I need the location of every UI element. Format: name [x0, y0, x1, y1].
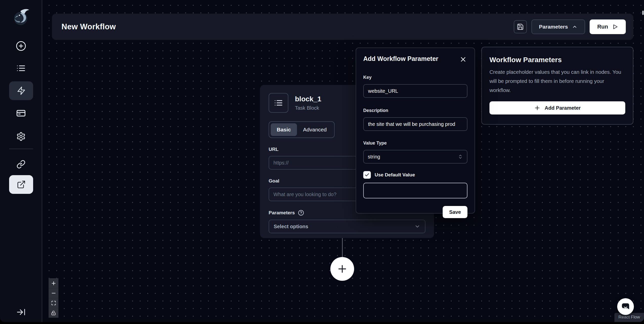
close-icon [459, 56, 467, 63]
gear-icon [16, 132, 26, 141]
vertical-scrollbar-thumb[interactable] [642, 11, 644, 15]
sidebar-item-external-active[interactable] [9, 175, 33, 194]
task-block-icon-box [269, 93, 288, 113]
fit-view-button[interactable] [49, 298, 58, 308]
link-icon [16, 160, 26, 169]
dragon-logo[interactable] [11, 7, 31, 27]
arrow-right-to-line-icon [16, 307, 26, 317]
workflow-parameters-panel: Workflow Parameters Create placeholder v… [481, 47, 633, 125]
credit-card-icon [16, 108, 26, 118]
plus-icon [336, 263, 348, 275]
canvas-controls [49, 278, 58, 318]
modal-title: Add Workflow Parameter [363, 55, 438, 62]
parameters-toggle-button[interactable]: Parameters [531, 19, 585, 34]
tab-advanced[interactable]: Advanced [297, 123, 333, 136]
external-link-icon [17, 180, 26, 189]
chat-launcher-button[interactable] [617, 298, 634, 315]
app-sidebar [0, 0, 42, 322]
add-parameter-button[interactable]: Add Parameter [489, 101, 625, 114]
tab-basic[interactable]: Basic [271, 123, 297, 136]
description-label: Description [363, 108, 467, 113]
parameters-select-placeholder: Select options [274, 224, 308, 229]
default-value-textarea[interactable] [363, 183, 467, 198]
add-workflow-parameter-modal: Add Workflow Parameter Key Description V… [356, 48, 475, 214]
chevron-down-icon [414, 223, 420, 229]
use-default-value-row[interactable]: Use Default Value [363, 171, 467, 179]
sidebar-item-billing[interactable] [14, 107, 28, 120]
value-type-select[interactable]: string [363, 150, 467, 164]
zoom-in-button[interactable] [49, 278, 58, 288]
sidebar-item-runs[interactable] [14, 62, 28, 75]
value-type-label: Value Type [363, 141, 467, 146]
react-flow-attribution[interactable]: React Flow [614, 313, 644, 322]
value-type-value: string [368, 154, 380, 160]
unlock-icon [51, 311, 56, 315]
minus-icon [51, 290, 56, 296]
close-modal-button[interactable] [459, 55, 467, 64]
block-type-label: Task Block [295, 105, 321, 111]
save-workflow-button[interactable] [514, 20, 527, 33]
workflow-builder-app: block_1 Task Block Basic Advanced URL Go… [0, 0, 644, 322]
expand-sidebar-button[interactable] [14, 306, 28, 319]
chevrons-up-down-icon [458, 154, 463, 159]
add-block-button[interactable] [330, 257, 354, 281]
use-default-value-label: Use Default Value [375, 172, 415, 178]
plus-icon [51, 281, 56, 286]
panel-description: Create placeholder values that you can l… [489, 67, 625, 95]
workflow-header: New Workflow Parameters Run [52, 14, 633, 40]
run-button-label: Run [597, 24, 608, 30]
block-title[interactable]: block_1 [295, 95, 321, 103]
run-workflow-button[interactable]: Run [590, 19, 626, 34]
parameters-button-label: Parameters [539, 24, 568, 30]
panel-title: Workflow Parameters [489, 56, 625, 64]
maximize-icon [51, 300, 56, 306]
key-input[interactable] [363, 84, 467, 98]
plus-icon [534, 105, 541, 111]
sidebar-divider [9, 149, 33, 149]
chat-bubble-icon [621, 302, 630, 311]
list-icon [16, 63, 26, 73]
play-icon [612, 24, 618, 30]
key-label: Key [363, 75, 467, 80]
save-parameter-button[interactable]: Save [443, 206, 467, 218]
save-icon [517, 23, 524, 30]
zap-icon [17, 86, 26, 95]
use-default-value-checkbox[interactable] [363, 171, 371, 179]
node-edge-line [342, 238, 343, 258]
add-parameter-label: Add Parameter [545, 105, 581, 111]
block-tabs: Basic Advanced [269, 121, 335, 138]
chevron-up-icon [572, 24, 577, 30]
check-icon [364, 172, 370, 177]
parameters-select[interactable]: Select options [269, 220, 425, 233]
lock-toggle-button[interactable] [49, 308, 58, 318]
description-input[interactable] [363, 117, 467, 131]
parameters-label: Parameters [269, 210, 295, 216]
plus-circle-icon [16, 41, 26, 51]
list-icon [274, 98, 283, 107]
sidebar-item-settings[interactable] [14, 130, 28, 143]
help-circle-icon[interactable] [298, 210, 304, 216]
sidebar-item-create[interactable] [14, 39, 28, 53]
zoom-out-button[interactable] [49, 288, 58, 298]
sidebar-item-workflows-active[interactable] [9, 81, 33, 100]
sidebar-item-link[interactable] [14, 158, 28, 171]
page-title: New Workflow [61, 22, 116, 31]
